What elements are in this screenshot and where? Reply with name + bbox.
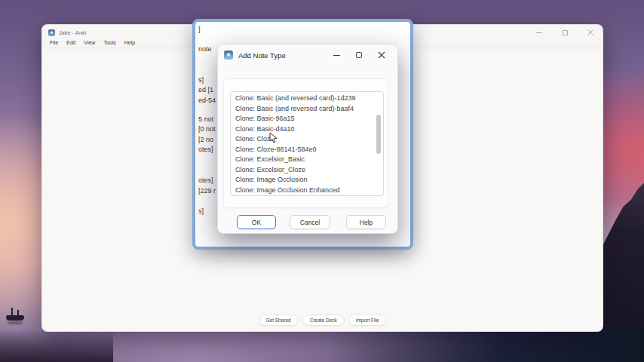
notetypes-text-fragment: ed [1	[198, 86, 213, 94]
anki-dialog-icon: ★	[224, 51, 233, 60]
dialog-close-button[interactable]	[370, 48, 393, 63]
menu-tools[interactable]: Tools	[100, 39, 119, 46]
maximize-button[interactable]	[560, 29, 569, 36]
notetypes-text-fragment: otes]	[198, 146, 213, 153]
dialog-minimize-button[interactable]	[325, 48, 348, 63]
cancel-button[interactable]: Cancel	[290, 215, 330, 229]
note-type-option[interactable]: Clone: Cloze	[235, 134, 383, 145]
menu-file[interactable]: File	[46, 39, 62, 46]
note-type-panel: Clone: Basic (and reversed card)-1d239 C…	[223, 78, 388, 208]
wallpaper-boat-silhouette	[6, 305, 24, 324]
help-button[interactable]: Help	[346, 215, 386, 229]
menu-help[interactable]: Help	[121, 39, 139, 46]
notetypes-text-fragment: [0 not	[198, 125, 216, 133]
notetypes-text-fragment: 5 not	[198, 115, 213, 123]
note-type-option[interactable]: Clone: Image Occlusion Enhanced	[235, 186, 383, 196]
note-type-option[interactable]: Clone: Basic-d4a10	[235, 124, 383, 135]
dialog-button-row: OK Cancel Help	[218, 215, 397, 230]
notetypes-text-fragment: ]	[198, 26, 201, 33]
mouse-cursor	[269, 132, 278, 144]
menu-edit[interactable]: Edit	[63, 39, 79, 46]
get-shared-button[interactable]: Get Shared	[258, 314, 298, 326]
notetypes-text-fragment: s]	[198, 76, 204, 84]
import-file-button[interactable]: Import File	[348, 314, 387, 326]
note-type-option[interactable]: Clone: Basic-96a15	[235, 114, 383, 124]
notetypes-text-fragment: note	[198, 45, 212, 53]
add-note-type-dialog: ★ Add Note Type Clone: Basic (and revers…	[217, 44, 398, 234]
note-type-option[interactable]: Clone: Basic (and reversed card)-1d239	[235, 94, 383, 104]
note-type-option[interactable]: Clone: Basic (and reversed card)-baaf4	[235, 104, 383, 115]
anki-app-icon: ★	[48, 29, 55, 36]
notetypes-text-fragment: otes]	[198, 176, 213, 184]
note-type-option[interactable]: Clone: Image Occlusion	[235, 175, 383, 186]
main-window-title: Jake - Anki	[59, 30, 86, 35]
create-deck-button[interactable]: Create Deck	[302, 314, 345, 326]
dialog-maximize-button[interactable]	[348, 48, 370, 63]
dialog-titlebar: ★ Add Note Type	[218, 44, 397, 66]
notetypes-text-fragment: [2 no	[198, 136, 213, 143]
note-type-option[interactable]: Clone: Excelsior_Basic	[235, 155, 383, 165]
notetypes-text-fragment: ed-54	[198, 97, 216, 104]
note-type-list: Clone: Basic (and reversed card)-1d239 C…	[230, 91, 384, 196]
wallpaper-shore	[0, 330, 113, 362]
notetypes-text-fragment: [229 r	[198, 187, 216, 195]
ok-button[interactable]: OK	[237, 215, 276, 229]
note-type-option[interactable]: Clone: Excelsior_Cloze	[235, 165, 383, 176]
note-type-option[interactable]: Clone: Cloze-88141-584e0	[235, 145, 383, 155]
notetypes-text-fragment: s]	[198, 207, 204, 215]
menu-view[interactable]: View	[80, 39, 99, 46]
minimize-button[interactable]	[535, 29, 544, 36]
list-scrollbar-thumb[interactable]	[376, 115, 381, 154]
dialog-title: Add Note Type	[238, 51, 286, 60]
close-button[interactable]	[586, 29, 595, 36]
deck-bottom-bar: Get Shared Create Deck Import File	[258, 314, 386, 326]
